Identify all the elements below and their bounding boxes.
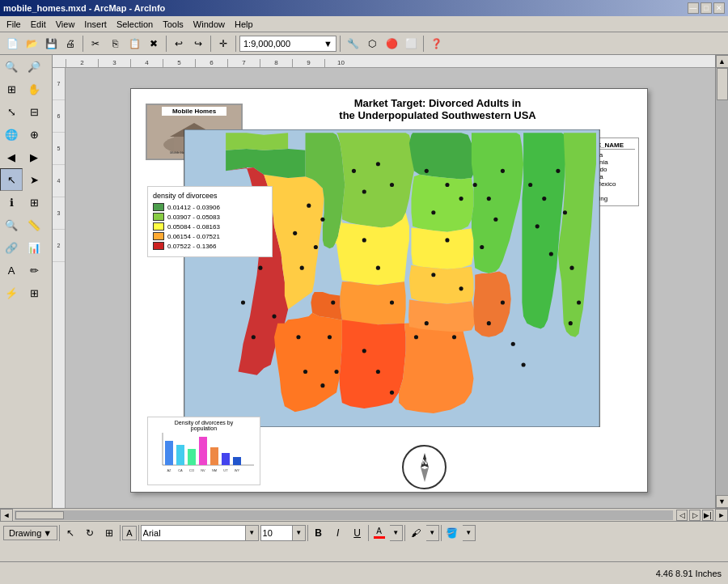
- toolbar-sep-5: [368, 525, 369, 541]
- canvas-area[interactable]: 2 3 4 5 6 7 8 9 10 7 6 5 4 3 2: [53, 55, 715, 508]
- menu-insert[interactable]: Insert: [79, 18, 112, 31]
- font-size-selector[interactable]: ▼: [260, 525, 306, 541]
- full-extent-tool[interactable]: ⊞: [0, 78, 23, 100]
- zoom-in-tool[interactable]: 🔍: [0, 55, 23, 78]
- pan-tool[interactable]: ✋: [23, 78, 45, 100]
- graph-tool[interactable]: 📊: [23, 236, 45, 259]
- minimize-button[interactable]: —: [688, 2, 699, 14]
- page-end-button[interactable]: ▶|: [702, 510, 713, 521]
- scroll-thumb[interactable]: [717, 68, 728, 100]
- legend-swatch-5: [153, 242, 164, 250]
- svg-point-44: [501, 300, 505, 304]
- stretch-tool[interactable]: ⤡: [0, 100, 23, 123]
- delete-button[interactable]: ✖: [145, 35, 163, 53]
- legend-title: density of divorcees: [153, 192, 267, 200]
- pan-button[interactable]: ✛: [214, 35, 232, 53]
- open-button[interactable]: 📂: [23, 35, 40, 53]
- font-color-button[interactable]: A: [370, 524, 388, 542]
- scrollbar-horizontal[interactable]: ◄ ◁ ▷ ▶| ►: [0, 508, 728, 521]
- svg-point-11: [272, 315, 276, 319]
- rotate-button[interactable]: ↻: [81, 524, 99, 542]
- hyperlink-tool[interactable]: 🔗: [0, 236, 23, 259]
- highlight-dropdown[interactable]: ▼: [426, 525, 439, 541]
- tool-row-11: ⚡ ⊞: [0, 281, 52, 304]
- menu-help[interactable]: Help: [230, 18, 258, 31]
- fontsize-dropdown-arrow[interactable]: ▼: [293, 525, 306, 541]
- table-tool[interactable]: ⊞: [23, 191, 45, 214]
- newmexico-region: [339, 320, 405, 408]
- menu-selection[interactable]: Selection: [112, 18, 158, 31]
- svg-point-19: [320, 383, 324, 387]
- ruler-v-tick-7: 7: [53, 68, 65, 100]
- copy-button[interactable]: ⎘: [106, 35, 124, 53]
- legend-range-2: 0.03907 - 0.05083: [167, 214, 220, 221]
- globe-tool[interactable]: 🌐: [0, 123, 23, 146]
- ruler-v-tick-3: 3: [53, 197, 65, 230]
- arrow-tool[interactable]: ➤: [23, 168, 45, 191]
- spatial-tool[interactable]: ⊕: [23, 123, 45, 146]
- new-button[interactable]: 📄: [3, 35, 21, 53]
- forward-tool[interactable]: ▶: [23, 146, 45, 168]
- page-prev-button[interactable]: ◁: [676, 510, 688, 521]
- menu-window[interactable]: Window: [188, 18, 230, 31]
- sketch-tool[interactable]: ✏: [23, 259, 45, 281]
- tool4-button[interactable]: ⬜: [402, 35, 420, 53]
- hscroll-track[interactable]: [15, 510, 673, 520]
- bold-button[interactable]: B: [310, 524, 328, 542]
- print-button[interactable]: 🖨: [61, 35, 79, 53]
- zoom-out-tool[interactable]: 🔎: [23, 55, 45, 78]
- drawing-label-button[interactable]: Drawing ▼: [3, 526, 57, 540]
- undo-button[interactable]: ↩: [170, 35, 188, 53]
- back-tool[interactable]: ◀: [0, 146, 23, 168]
- close-button[interactable]: ✕: [713, 2, 725, 14]
- group-button[interactable]: ⊞: [100, 524, 118, 542]
- menu-tools[interactable]: Tools: [158, 18, 188, 31]
- svg-point-10: [252, 335, 256, 339]
- lightning-tool[interactable]: ⚡: [0, 281, 23, 304]
- select-arrow-button[interactable]: ↖: [61, 524, 79, 542]
- identify-tool[interactable]: ℹ: [0, 191, 23, 214]
- menu-edit[interactable]: Edit: [26, 18, 51, 31]
- label-tool[interactable]: A: [0, 259, 23, 281]
- fill-dropdown[interactable]: ▼: [463, 525, 476, 541]
- font-dropdown-arrow[interactable]: ▼: [246, 525, 259, 541]
- redo-button[interactable]: ↪: [189, 35, 207, 53]
- tool3-button[interactable]: 🔴: [383, 35, 400, 53]
- help-button[interactable]: ❓: [427, 35, 445, 53]
- scroll-up-button[interactable]: ▲: [716, 55, 729, 68]
- font-name-input[interactable]: [141, 525, 246, 541]
- tool1-button[interactable]: 🔧: [344, 35, 362, 53]
- scrollbar-vertical[interactable]: ▲ ▼: [715, 55, 728, 508]
- italic-button[interactable]: I: [329, 524, 347, 542]
- font-color-dropdown[interactable]: ▼: [390, 525, 403, 541]
- menu-file[interactable]: File: [2, 18, 26, 31]
- underline-button[interactable]: U: [349, 524, 366, 542]
- highlight-button[interactable]: 🖌: [407, 524, 425, 542]
- layer-tool[interactable]: ⊟: [23, 100, 45, 123]
- grid-tool[interactable]: ⊞: [23, 281, 45, 304]
- scale-box[interactable]: 1:9,000,000 ▼: [239, 36, 336, 52]
- paste-button[interactable]: 📋: [125, 35, 143, 53]
- search-tool[interactable]: 🔍: [0, 214, 23, 236]
- maximize-button[interactable]: □: [700, 2, 712, 14]
- font-size-input[interactable]: [260, 525, 293, 541]
- page-next-button[interactable]: ▷: [689, 510, 700, 521]
- scroll-left-button[interactable]: ◄: [0, 509, 13, 522]
- hscroll-thumb[interactable]: [15, 511, 64, 519]
- scroll-track[interactable]: [716, 68, 728, 495]
- toolbar-sep-1: [59, 525, 60, 541]
- fill-color-button[interactable]: 🪣: [443, 524, 461, 542]
- select-tool[interactable]: ↖: [0, 168, 23, 191]
- save-button[interactable]: 💾: [42, 35, 60, 53]
- map-workspace[interactable]: Market Target: Divorced Adults in the Un…: [66, 68, 715, 508]
- tool2-button[interactable]: ⬡: [363, 35, 381, 53]
- menu-view[interactable]: View: [51, 18, 80, 31]
- window-controls[interactable]: — □ ✕: [688, 2, 725, 14]
- scroll-right-button[interactable]: ►: [715, 509, 728, 522]
- cut-button[interactable]: ✂: [87, 35, 104, 53]
- measure-tool[interactable]: 📏: [23, 214, 45, 236]
- window-title: mobile_homes.mxd - ArcMap - ArcInfo: [3, 3, 165, 13]
- scroll-down-button[interactable]: ▼: [716, 495, 729, 508]
- font-selector[interactable]: ▼: [141, 525, 259, 541]
- text-box-button[interactable]: A: [122, 526, 136, 540]
